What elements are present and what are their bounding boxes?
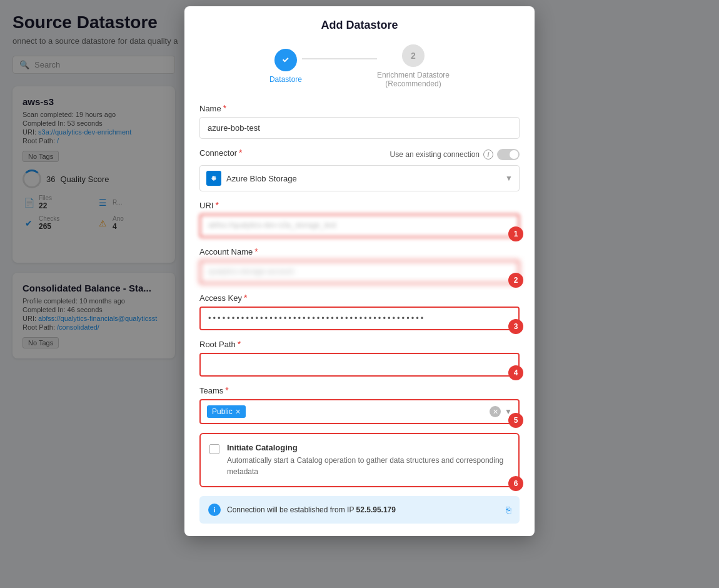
- badge-2: 2: [508, 273, 523, 288]
- chip-label: Public: [212, 407, 233, 416]
- public-chip[interactable]: Public ✕: [207, 405, 246, 418]
- name-required: *: [223, 103, 226, 113]
- name-label: Name *: [199, 103, 520, 113]
- modal-overlay: Add Datastore Datastore 2 Enrichment Dat…: [0, 0, 719, 588]
- step-2-label: Enrichment Datastore(Recommended): [377, 71, 450, 88]
- step-1: Datastore: [269, 49, 302, 84]
- account-required: *: [254, 246, 258, 256]
- catalog-checkbox[interactable]: [209, 444, 219, 454]
- clear-teams-button[interactable]: ✕: [490, 406, 501, 417]
- step-2: 2 Enrichment Datastore(Recommended): [377, 44, 450, 88]
- account-name-blurred: qualytics-storage-account: [199, 260, 520, 284]
- modal-title: Add Datastore: [199, 19, 520, 32]
- modal-body: Name * Connector * Use an existing conne…: [184, 103, 535, 536]
- teams-required: *: [225, 385, 228, 395]
- uri-group: URI * abfss://qualytics-dev-s3a_storage_…: [199, 200, 520, 238]
- catalog-box: Initiate Cataloging Automatically start …: [199, 433, 520, 487]
- root-path-group: Root Path * 4: [199, 339, 520, 377]
- badge-3: 3: [508, 319, 523, 334]
- root-path-field-wrapper: 4: [199, 353, 520, 377]
- access-key-dots: ••••••••••••••••••••••••••••••••••••••••…: [199, 307, 520, 330]
- add-datastore-modal: Add Datastore Datastore 2 Enrichment Dat…: [184, 6, 535, 536]
- name-group: Name *: [199, 103, 520, 139]
- access-key-group: Access Key * •••••••••••••••••••••••••••…: [199, 293, 520, 330]
- uri-blurred-value: abfss://qualytics-dev-s3a_storage_test: [199, 214, 520, 238]
- catalog-desc: Automatically start a Catalog operation …: [227, 455, 510, 477]
- account-name-group: Account Name * qualytics-storage-account…: [199, 246, 520, 284]
- uri-required: *: [215, 200, 218, 210]
- step-1-circle: [274, 49, 297, 71]
- stepper: Datastore 2 Enrichment Datastore(Recomme…: [199, 44, 520, 88]
- teams-group: Teams * Public ✕ ✕ ▼ 5: [199, 385, 520, 424]
- connector-label: Connector *: [199, 148, 242, 158]
- use-existing-toggle: Use an existing connection i: [390, 149, 520, 160]
- badge-5: 5: [508, 413, 523, 428]
- account-name-field-wrapper: qualytics-storage-account 2: [199, 260, 520, 284]
- root-path-required: *: [238, 339, 241, 349]
- ip-value: 52.5.95.179: [356, 505, 396, 514]
- existing-connection-toggle[interactable]: [497, 149, 520, 160]
- access-key-label: Access Key *: [199, 293, 520, 303]
- connector-select[interactable]: Azure Blob Storage ▼: [199, 165, 520, 191]
- step-connector: [302, 58, 377, 59]
- copy-icon[interactable]: ⎘: [506, 505, 511, 515]
- access-key-field-wrapper: ••••••••••••••••••••••••••••••••••••••••…: [199, 307, 520, 330]
- step-1-label: Datastore: [269, 75, 302, 84]
- name-input[interactable]: [199, 117, 520, 139]
- teams-label: Teams *: [199, 385, 520, 395]
- catalog-field-wrapper: Initiate Cataloging Automatically start …: [199, 433, 520, 487]
- badge-4: 4: [508, 365, 523, 380]
- teams-actions: ✕ ▼: [490, 406, 512, 417]
- catalog-content: Initiate Cataloging Automatically start …: [227, 443, 510, 477]
- ip-info-bar: i Connection will be established from IP…: [199, 496, 520, 524]
- uri-field-wrapper: abfss://qualytics-dev-s3a_storage_test 1: [199, 214, 520, 238]
- modal-header: Add Datastore Datastore 2 Enrichment Dat…: [184, 6, 535, 88]
- ip-info-text: Connection will be established from IP 5…: [227, 505, 500, 514]
- azure-blob-icon: [206, 171, 221, 186]
- chip-remove-icon[interactable]: ✕: [235, 408, 241, 416]
- step-2-circle: 2: [402, 44, 425, 67]
- uri-label: URI *: [199, 200, 520, 210]
- teams-field-wrapper: Public ✕ ✕ ▼ 5: [199, 399, 520, 424]
- teams-input[interactable]: Public ✕ ✕ ▼: [199, 399, 520, 424]
- badge-6: 6: [508, 476, 523, 491]
- chevron-down-icon: ▼: [505, 174, 513, 183]
- info-bar-icon: i: [208, 504, 221, 516]
- root-path-input[interactable]: [199, 353, 520, 377]
- connector-value: Azure Blob Storage: [226, 174, 505, 183]
- connector-row: Connector * Use an existing connection i: [199, 148, 520, 161]
- connector-required: *: [239, 148, 242, 158]
- root-path-label: Root Path *: [199, 339, 520, 349]
- access-key-required: *: [244, 293, 247, 303]
- catalog-title: Initiate Cataloging: [227, 443, 510, 452]
- account-name-label: Account Name *: [199, 246, 520, 256]
- info-icon: i: [483, 150, 493, 160]
- badge-1: 1: [508, 226, 523, 241]
- connector-group: Connector * Use an existing connection i: [199, 148, 520, 191]
